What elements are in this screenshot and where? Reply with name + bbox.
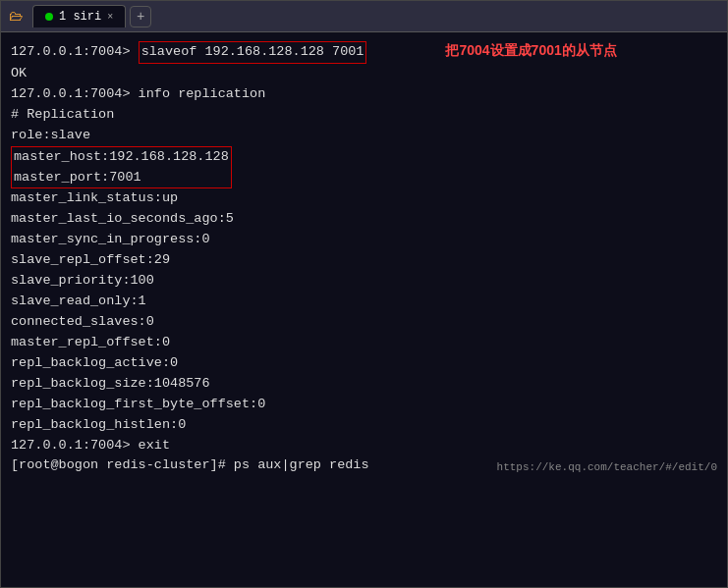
titlebar: 🗁 1 siri × + xyxy=(1,1,727,32)
line-repl-backlog-size: repl_backlog_size:1048576 xyxy=(11,374,717,395)
line-ok: OK xyxy=(11,64,717,84)
line-info-replication: 127.0.0.1:7004> info replication xyxy=(11,84,717,105)
line-master-host: master_host:192.168.128.128 xyxy=(14,147,229,168)
line-repl-backlog-first-byte: repl_backlog_first_byte_offset:0 xyxy=(11,395,717,415)
line-repl-backlog-active: repl_backlog_active:0 xyxy=(11,353,717,374)
line-master-last-io: master_last_io_seconds_ago:5 xyxy=(11,209,717,230)
line-ps-aux: [root@bogon redis-cluster]# ps aux|grep … xyxy=(11,455,717,476)
annotation-text: 把7004设置成7001的从节点 xyxy=(445,40,616,62)
line-slave-repl-offset: slave_repl_offset:29 xyxy=(11,250,717,271)
folder-icon: 🗁 xyxy=(9,9,23,25)
slaveof-command: slaveof 192.168.128.128 7001 xyxy=(139,41,367,64)
line-slave-read-only: slave_read_only:1 xyxy=(11,292,717,312)
tab-dot xyxy=(45,13,53,21)
line-master-link-status: master_link_status:up xyxy=(11,188,717,209)
tab-area: 1 siri × + xyxy=(32,5,151,27)
line-slave-priority: slave_priority:100 xyxy=(11,271,717,292)
line-ps-aux-text: [root@bogon redis-cluster]# ps aux|grep … xyxy=(11,455,369,476)
tab-siri[interactable]: 1 siri × xyxy=(32,5,126,27)
line-replication-header: # Replication xyxy=(11,105,717,126)
prompt-slaveof: 127.0.0.1:7004> xyxy=(11,42,139,63)
line-master-repl-offset: master_repl_offset:0 xyxy=(11,333,717,353)
master-info-block: master_host:192.168.128.128 master_port:… xyxy=(11,146,232,189)
line-master-sync: master_sync_in_progress:0 xyxy=(11,230,717,250)
line-repl-backlog-histlen: repl_backlog_histlen:0 xyxy=(11,415,717,436)
new-tab-button[interactable]: + xyxy=(130,6,151,27)
line-role: role:slave xyxy=(11,126,717,146)
line-exit-prompt: 127.0.0.1:7004> exit xyxy=(11,436,717,456)
watermark: https://ke.qq.com/teacher/#/edit/0 xyxy=(497,459,717,476)
line-connected-slaves: connected_slaves:0 xyxy=(11,312,717,333)
tab-label: 1 siri xyxy=(59,10,101,24)
tab-close-button[interactable]: × xyxy=(107,12,113,23)
line-slaveof: 127.0.0.1:7004> slaveof 192.168.128.128 … xyxy=(11,40,717,64)
line-master-port: master_port:7001 xyxy=(14,168,229,188)
terminal-body[interactable]: 127.0.0.1:7004> slaveof 192.168.128.128 … xyxy=(1,32,727,587)
terminal-window: 🗁 1 siri × + 127.0.0.1:7004> slaveof 192… xyxy=(0,0,728,588)
